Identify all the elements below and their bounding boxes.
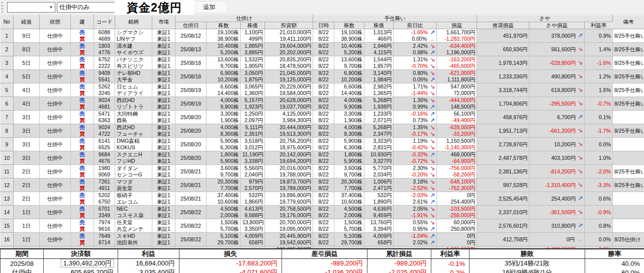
row-selector[interactable]: 12	[1, 178, 14, 192]
summary-cell[interactable]: 仕掛中	[1, 268, 44, 273]
cell-shares: 10,400株	[207, 43, 241, 50]
summary-cell[interactable]: 35戦/14勝/21敗	[470, 259, 585, 268]
summary-cell[interactable]: -4,071,600円	[179, 268, 282, 273]
cell-reco: 1,704,806円	[477, 97, 529, 111]
row-selector[interactable]: 3	[1, 56, 14, 70]
col-header-note: 備考	[613, 15, 644, 29]
row-selector[interactable]: 2	[1, 43, 14, 56]
cell-note: 8/25手仕舞い	[613, 29, 644, 43]
summary-cell[interactable]: 1,390,492,200円	[44, 259, 118, 268]
cell-shares: 5,200株	[207, 49, 241, 56]
cell-market: 東証1	[152, 171, 175, 178]
cell-reco: 451,970円	[477, 29, 529, 43]
trend-up-icon: ↗	[430, 111, 435, 117]
cell-market: 東証1	[152, 185, 175, 192]
cell-entry-date: 25/08/22	[175, 206, 207, 219]
cell-close-date: 8/22	[313, 185, 334, 192]
summary-col-header: 勝敗	[470, 249, 585, 259]
summary-cell[interactable]: -0.1%	[431, 259, 470, 268]
summary-cell[interactable]: -989,200円	[367, 259, 431, 268]
cell-change-value: 1.19%	[413, 138, 428, 144]
cell-market: 東証1	[152, 239, 175, 246]
cell-amount: 20,835,200円	[265, 56, 313, 63]
summary-cell[interactable]: -1,036,200円	[282, 268, 367, 273]
cell-spread: 403,100円↘	[529, 151, 585, 165]
cell-status: 仕掛中	[40, 56, 71, 70]
cell-name: 日ヒュム	[115, 83, 152, 90]
cell-note: 8/25手仕舞い	[613, 165, 644, 178]
row-selector[interactable]: 6	[1, 97, 14, 111]
cell-close-date: 8/22	[313, 144, 334, 151]
cell-side: 買	[71, 104, 94, 111]
summary-cell[interactable]: -0.2%	[431, 268, 470, 273]
chevron-down-icon[interactable]: ▼	[47, 3, 55, 12]
row-selector[interactable]: 4	[1, 70, 14, 83]
cell-close-shares: 9,700株	[334, 171, 364, 178]
cell-shares: 6,600株	[207, 83, 241, 90]
trend-down-icon: ↘	[578, 101, 583, 107]
cell-name: スギHD	[115, 233, 152, 240]
summary-cell[interactable]: -989,200円	[282, 259, 367, 268]
row-selector[interactable]: 16	[1, 233, 14, 246]
row-selector[interactable]: 13	[1, 192, 14, 206]
cell-name: 大平金	[115, 76, 152, 83]
cell-spread-value: 561,600円	[551, 46, 576, 53]
cell-close-date: 8/22	[313, 219, 334, 226]
col-header-close-date: 日時	[313, 22, 334, 29]
row-selector[interactable]: 5	[1, 83, 14, 97]
cell-change-value: 0.00%	[412, 36, 427, 42]
cell-pl: -621,000円	[437, 70, 477, 77]
summary-cell[interactable]: 60.0%	[585, 268, 644, 273]
cell-spread-value: -361,500円	[549, 209, 576, 216]
cell-change: -0.17%↘	[394, 131, 437, 138]
summary-cell[interactable]: 2025/08	[1, 259, 44, 268]
add-button[interactable]: 追加	[191, 1, 227, 13]
summary-cell[interactable]: 40.0%	[585, 259, 644, 268]
cell-elapsed: 1日	[14, 233, 40, 246]
cell-market: 東証1	[152, 29, 175, 36]
cell-amount: 19,411,100円	[265, 36, 313, 43]
row-selector[interactable]: 15	[1, 219, 14, 233]
cell-change-value: -2.52%	[411, 185, 428, 192]
row-selector[interactable]: 1	[1, 29, 14, 43]
row-selector[interactable]: 7	[1, 111, 14, 124]
row-selector[interactable]: 9	[1, 138, 14, 151]
cell-close-price: 3,394円	[364, 226, 394, 233]
cell-entry-date: 25/08/21	[175, 165, 207, 178]
cell-shares: 6,900株	[207, 70, 241, 77]
cell-entry-date: 25/08/20	[175, 124, 207, 138]
cell-price: 3,050円	[241, 70, 265, 77]
row-selector[interactable]: 10	[1, 151, 14, 165]
summary-cell[interactable]: 16戦/9勝/6敗/1分	[470, 268, 585, 273]
cell-side: 売	[71, 233, 94, 240]
toolbar-grip[interactable]	[2, 2, 3, 13]
summary-cell[interactable]: -17,683,200円	[179, 259, 282, 268]
cell-status: 仕掛中	[40, 138, 71, 151]
summary-cell[interactable]: 605,685,200円	[44, 268, 118, 273]
cell-reco: 3,318,744円	[477, 83, 529, 97]
summary-cell[interactable]: 16,694,000円	[118, 259, 179, 268]
cell-name: センコーG	[115, 171, 152, 178]
col-header-pl: 損益	[437, 22, 477, 29]
cell-close-shares: 29,700株	[334, 239, 364, 246]
strategy-combobox[interactable]: ▼	[7, 2, 55, 13]
cell-code: 2222	[94, 63, 115, 70]
cell-shares: 7,700株	[207, 185, 241, 192]
cell-note: 8/25手仕舞い	[613, 178, 644, 192]
row-selector[interactable]: 14	[1, 206, 14, 219]
cell-side: 買	[71, 76, 94, 83]
cell-name: 西武HD	[115, 124, 152, 131]
position-row: 141日仕掛中売6701NEC東証125/08/224,500株4,613円20…	[1, 206, 644, 219]
summary-cell[interactable]: 3,035,400円	[118, 268, 179, 273]
cell-close-shares: 10,200株	[334, 76, 364, 83]
cell-change: -1.44%↘	[394, 90, 437, 97]
row-selector[interactable]: 8	[1, 124, 14, 138]
row-selector[interactable]: 11	[1, 165, 14, 178]
trend-up-icon: ↗	[430, 50, 435, 56]
cell-side: 売	[71, 178, 94, 186]
cell-price: 5,111円	[241, 124, 265, 131]
cell-spread: 561,600円↘	[529, 43, 585, 56]
summary-cell[interactable]: -2,025,400円	[367, 268, 431, 273]
cell-code: 6525	[94, 144, 115, 151]
position-row: 132日仕掛中売5202板硝子東証125/08/2137,400株532円19,…	[1, 192, 644, 206]
